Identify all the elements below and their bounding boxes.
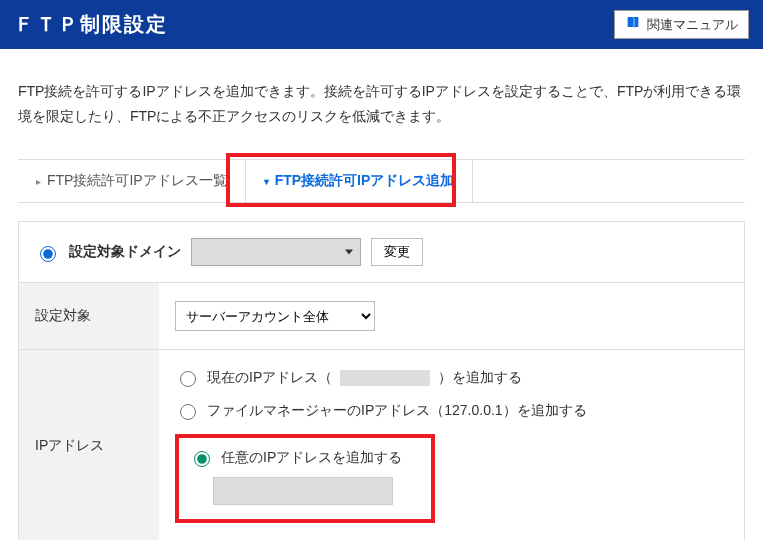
tab-ip-list-label: FTP接続許可IPアドレス一覧	[47, 172, 227, 190]
settings-panel: 設定対象ドメイン 変更 設定対象 サーバーアカウント全体 IPアドレス	[18, 221, 745, 540]
ip-opt-current-prefix: 現在のIPアドレス（	[207, 369, 332, 387]
domain-label: 設定対象ドメイン	[69, 243, 181, 261]
setting-target-select[interactable]: サーバーアカウント全体	[175, 301, 375, 331]
ip-opt-filemanager[interactable]: ファイルマネージャーのIPアドレス（127.0.0.1）を追加する	[175, 401, 728, 420]
ip-opt-current-suffix: ）を追加する	[438, 369, 522, 387]
page-header: ＦＴＰ制限設定 関連マニュアル	[0, 0, 763, 49]
tab-ip-list[interactable]: ▸ FTP接続許可IPアドレス一覧	[18, 160, 246, 202]
setting-ip-label: IPアドレス	[19, 350, 159, 540]
related-manual-label: 関連マニュアル	[647, 16, 738, 34]
related-manual-button[interactable]: 関連マニュアル	[614, 10, 749, 39]
custom-ip-input[interactable]	[213, 477, 393, 505]
change-domain-button[interactable]: 変更	[371, 238, 423, 266]
setting-target-label: 設定対象	[19, 283, 159, 350]
ip-opt-custom-label: 任意のIPアドレスを追加する	[221, 449, 402, 467]
domain-radio[interactable]	[40, 246, 56, 262]
domain-select[interactable]	[191, 238, 361, 266]
highlight-ip-custom: 任意のIPアドレスを追加する	[175, 434, 435, 523]
ip-opt-current-radio[interactable]	[180, 371, 196, 387]
tab-bar: ▸ FTP接続許可IPアドレス一覧 ▾ FTP接続許可IPアドレス追加	[18, 159, 745, 203]
ip-opt-filemanager-label: ファイルマネージャーのIPアドレス（127.0.0.1）を追加する	[207, 402, 587, 420]
page-description: FTP接続を許可するIPアドレスを追加できます。接続を許可するIPアドレスを設定…	[0, 63, 763, 145]
domain-row: 設定対象ドメイン 変更	[19, 222, 744, 283]
tab-ip-add-label: FTP接続許可IPアドレス追加	[275, 172, 455, 190]
ip-options: 現在のIPアドレス（ ）を追加する ファイルマネージャーのIPアドレス（127.…	[175, 368, 728, 523]
ip-opt-custom[interactable]: 任意のIPアドレスを追加する	[189, 448, 419, 467]
tab-ip-add[interactable]: ▾ FTP接続許可IPアドレス追加	[246, 160, 474, 202]
chevron-right-icon: ▸	[36, 176, 41, 187]
page-title: ＦＴＰ制限設定	[14, 11, 168, 38]
book-icon	[625, 15, 641, 34]
ip-opt-current-redacted	[340, 370, 430, 386]
ip-opt-custom-radio[interactable]	[194, 451, 210, 467]
chevron-down-icon: ▾	[264, 176, 269, 187]
ip-opt-current[interactable]: 現在のIPアドレス（ ）を追加する	[175, 368, 728, 387]
ip-opt-filemanager-radio[interactable]	[180, 404, 196, 420]
